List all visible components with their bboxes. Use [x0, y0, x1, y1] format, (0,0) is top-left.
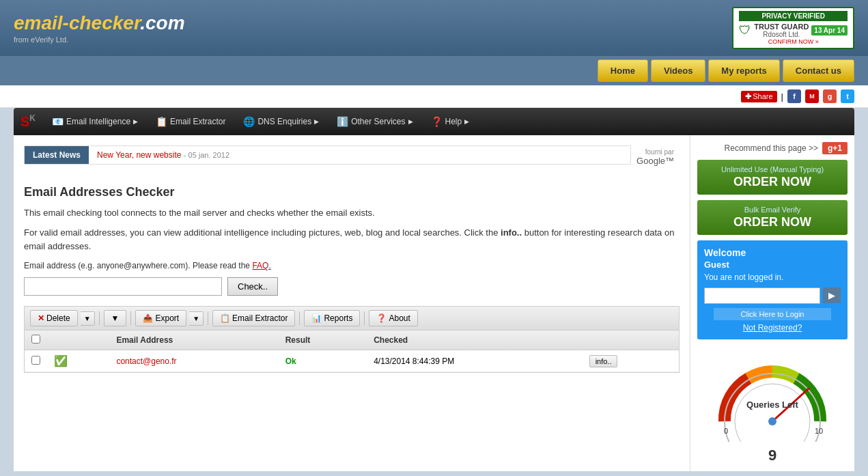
email-extractor-toolbar-icon: 📋	[220, 313, 230, 323]
toolbar-email-extractor-label: Email Extractor	[170, 117, 225, 126]
check-button[interactable]: Check..	[227, 277, 278, 296]
facebook-icon[interactable]: f	[787, 89, 801, 103]
news-bar: Latest News New Year, new website - 05 j…	[24, 145, 631, 165]
login-input[interactable]	[704, 288, 820, 304]
toolbar-sep3	[208, 311, 208, 325]
share-plus-icon: ✚	[745, 92, 751, 101]
gplus-button[interactable]: g+1	[822, 142, 848, 154]
email-extractor-icon: 📋	[156, 116, 167, 127]
toolbar-help-label: Help	[445, 117, 462, 126]
filter-icon: ▼	[111, 313, 120, 323]
info-button[interactable]: info..	[589, 355, 618, 367]
news-section: Latest News New Year, new website - 05 j…	[24, 145, 680, 175]
recommend-text: Recommend this page >>	[725, 143, 818, 153]
welcome-title: Welcome	[704, 247, 841, 258]
col-status	[47, 331, 109, 350]
not-registered-link[interactable]: Not Registered?	[704, 323, 841, 333]
toolbar-sep5	[364, 311, 365, 325]
left-panel: Latest News New Year, new website - 05 j…	[14, 135, 690, 471]
nav-my-reports-btn[interactable]: My reports	[708, 59, 779, 82]
share-button[interactable]: ✚ Share	[741, 91, 776, 102]
trust-guard-label: TRUST GUARD	[754, 23, 809, 31]
desc1: This email checking tool connects to the…	[24, 206, 680, 220]
main-nav: Home Videos My reports Contact us	[0, 56, 868, 85]
google-label: fourni par	[645, 148, 674, 156]
form-label: Email address (e.g. anyone@anywhere.com)…	[24, 261, 680, 270]
delete-label: Delete	[46, 313, 70, 323]
export-icon: 📤	[143, 313, 153, 323]
welcome-text: You are not logged in.	[704, 272, 841, 282]
svg-text:10: 10	[815, 427, 823, 435]
recommend-row: Recommend this page >> g+1	[697, 142, 848, 154]
twitter-icon[interactable]: t	[841, 89, 854, 103]
email-input-row: Check..	[24, 277, 680, 296]
row-status-cell: ✅	[47, 350, 109, 372]
select-all-checkbox[interactable]	[31, 335, 40, 344]
col-checked: Checked	[367, 331, 582, 350]
export-arrow-button[interactable]: ▼	[189, 311, 204, 326]
toolbar-logo: SK	[20, 108, 42, 135]
main-container: Latest News New Year, new website - 05 j…	[14, 135, 854, 471]
logo-area: email-checker.com from eVerify Ltd.	[14, 12, 185, 44]
row-checkbox[interactable]	[31, 356, 40, 365]
news-link[interactable]: New Year, new website	[97, 150, 181, 160]
email-link[interactable]: contact@geno.fr	[116, 356, 176, 366]
toolbar-dns-enquiries[interactable]: 🌐 DNS Enquiries ▶	[235, 109, 327, 134]
toolbar-other-services[interactable]: ℹ️ Other Services ▶	[328, 109, 421, 134]
login-arrow-icon: ▶	[828, 290, 835, 300]
email-extractor-toolbar-btn[interactable]: 📋 Email Extractor	[212, 310, 295, 326]
results-table: Email Address Result Checked ✅ contact@g…	[25, 331, 679, 372]
toolbar-other-services-label: Other Services	[351, 117, 405, 126]
faq-link[interactable]: FAQ.	[252, 261, 270, 270]
email-input[interactable]	[24, 277, 222, 296]
header: email-checker.com from eVerify Ltd. PRIV…	[0, 0, 868, 56]
export-button[interactable]: 📤 Export	[135, 310, 186, 326]
order-unlimited-btn[interactable]: Unlimited Use (Manual Typing) ORDER NOW	[697, 160, 848, 195]
nav-videos-btn[interactable]: Videos	[651, 59, 705, 82]
help-icon: ❓	[431, 116, 443, 127]
share-separator: |	[781, 92, 783, 102]
ok-badge: Ok	[285, 356, 296, 366]
order-unlimited-main: ORDER NOW	[703, 175, 842, 189]
row-info-cell: info..	[583, 350, 679, 372]
order-unlimited-top: Unlimited Use (Manual Typing)	[703, 165, 842, 173]
toolbar-email-intelligence[interactable]: 📧 Email Intelligence ▶	[44, 109, 146, 134]
col-email: Email Address	[109, 331, 278, 350]
email-extractor-toolbar-label: Email Extractor	[232, 313, 288, 323]
nav-contact-btn[interactable]: Contact us	[783, 59, 854, 82]
google-ad: fourni par Google™	[631, 145, 680, 175]
trust-badge[interactable]: PRIVACY VERIFIED 🛡 TRUST GUARD Rdosoft L…	[732, 7, 854, 49]
gauge-svg: Queries Left 0 10	[711, 346, 834, 442]
logo-subtitle: from eVerify Ltd.	[14, 36, 185, 44]
reports-toolbar-btn[interactable]: 📊 Reports	[304, 310, 360, 326]
svg-text:0: 0	[724, 427, 728, 435]
toolbar-help[interactable]: ❓ Help ▶	[423, 109, 478, 134]
share-label: Share	[753, 92, 772, 100]
order-bulk-btn[interactable]: Bulk Email Verify ORDER NOW	[697, 200, 848, 235]
order-bulk-main: ORDER NOW	[703, 215, 842, 229]
news-date: - 05 jan. 2012	[184, 151, 229, 159]
delete-arrow-button[interactable]: ▼	[81, 311, 95, 326]
login-arrow-button[interactable]: ▶	[823, 288, 841, 303]
svg-point-0	[735, 384, 810, 442]
table-header-row: Email Address Result Checked	[25, 331, 679, 350]
filter-button[interactable]: ▼	[104, 310, 127, 326]
delete-button[interactable]: ✕ Delete	[30, 310, 78, 326]
toolbar-email-intelligence-label: Email Intelligence	[66, 117, 130, 126]
toolbar-email-extractor[interactable]: 📋 Email Extractor	[148, 109, 234, 134]
trust-confirm[interactable]: CONFIRM NOW »	[739, 38, 848, 45]
form-label-text: Email address (e.g. anyone@anywhere.com)…	[24, 261, 250, 270]
toolbar-sep4	[299, 311, 300, 325]
about-toolbar-btn[interactable]: ❓ About	[369, 310, 417, 326]
news-label: Latest News	[25, 146, 89, 164]
col-checkbox	[25, 331, 47, 350]
trust-date: 13 Apr 14	[811, 25, 848, 36]
trust-privacy-label: PRIVACY VERIFIED	[739, 11, 848, 21]
login-label: Click Here to Login	[714, 308, 832, 320]
toolbar-sep2	[130, 311, 131, 325]
myspace-icon[interactable]: M	[805, 89, 819, 103]
news-content: New Year, new website - 05 jan. 2012	[89, 146, 238, 164]
nav-home-btn[interactable]: Home	[598, 59, 648, 82]
row-checkbox-cell	[25, 350, 47, 372]
googleplus-icon[interactable]: g	[823, 89, 837, 103]
